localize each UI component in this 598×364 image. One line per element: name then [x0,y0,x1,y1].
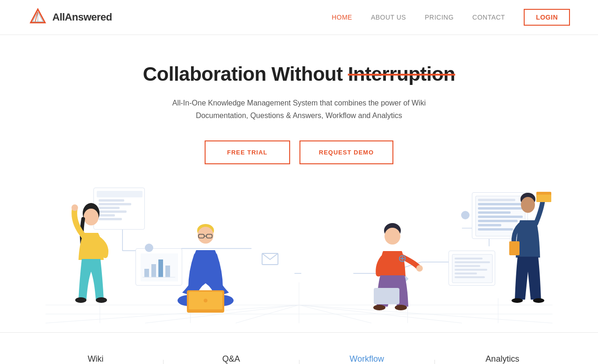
free-trial-button[interactable]: FREE TRIAL [205,140,290,164]
svg-line-8 [235,305,299,323]
main-nav: HOME ABOUT US PRICING CONTACT LOGIN [332,9,570,26]
svg-rect-68 [455,273,477,274]
request-demo-button[interactable]: REQUEST DEMO [299,140,393,164]
svg-point-36 [84,209,99,225]
tab-qa[interactable]: Q&A [164,347,299,364]
login-button[interactable]: LOGIN [524,9,570,26]
svg-point-47 [198,227,214,244]
hero-subtitle-line1: All-In-One Knowledge Management System t… [172,99,426,107]
logo[interactable]: AllAnswered [28,7,112,27]
svg-rect-28 [97,191,142,197]
hero-section: Collaboration Without Interruption All-I… [0,35,598,332]
svg-point-85 [533,298,544,303]
svg-point-37 [71,204,78,211]
tab-analytics[interactable]: Analytics [435,347,570,364]
hero-title-normal: Collaboration Without [143,63,348,85]
email-icon [262,253,278,267]
svg-point-80 [521,197,535,213]
svg-point-61 [373,305,385,310]
svg-rect-42 [151,264,156,277]
svg-line-9 [299,305,553,323]
svg-rect-69 [455,276,485,278]
svg-rect-60 [374,288,399,304]
tabs-section: Wiki Q&A Workflow Workflow keeps knowled… [0,332,598,364]
svg-point-84 [512,298,523,303]
tab-analytics-label: Analytics [444,354,561,364]
svg-point-39 [96,297,107,303]
logo-text: AllAnswered [52,11,112,23]
tab-qa-label: Q&A [173,354,289,364]
tab-wiki[interactable]: Wiki [28,347,163,364]
nav-home[interactable]: HOME [332,14,352,21]
svg-rect-64 [455,258,483,259]
nav-contact[interactable]: CONTACT [472,14,505,21]
svg-rect-82 [536,195,551,202]
svg-point-59 [416,265,423,272]
nav-pricing[interactable]: PRICING [425,14,454,21]
hero-subtitle-line2: Documentation, Questions & Answers, Work… [196,112,402,119]
ui-doc-right [448,251,495,286]
person-right [505,190,551,307]
person-center-left [173,220,238,314]
hero-buttons: FREE TRIAL REQUEST DEMO [9,140,589,164]
svg-point-62 [395,305,407,310]
svg-point-55 [204,299,207,302]
hero-title-strike: Interruption [348,63,456,85]
svg-rect-65 [455,261,490,263]
svg-point-38 [75,297,86,303]
svg-rect-66 [455,265,480,267]
svg-point-58 [384,228,400,245]
svg-line-6 [46,305,299,323]
deco-plus: ⊕ [398,252,406,265]
tab-workflow-label: Workflow [309,354,425,364]
svg-rect-44 [165,266,170,277]
svg-rect-67 [455,269,487,271]
person-left [61,199,121,307]
header: AllAnswered HOME ABOUT US PRICING CONTAC… [0,0,598,35]
logo-icon [28,7,48,27]
person-center-right [360,220,425,314]
svg-rect-83 [509,241,520,255]
hero-subtitle: All-In-One Knowledge Management System t… [150,97,448,122]
deco-circle-right [461,211,470,219]
hero-title: Collaboration Without Interruption [9,63,589,85]
tab-workflow[interactable]: Workflow Workflow keeps knowledge base u… [299,347,434,364]
svg-rect-43 [158,259,163,277]
svg-rect-77 [478,224,501,226]
nav-about[interactable]: ABOUT US [371,14,406,21]
tab-wiki-label: Wiki [37,354,154,364]
illustration-area: ⊕ [9,183,589,332]
svg-rect-41 [144,269,149,277]
